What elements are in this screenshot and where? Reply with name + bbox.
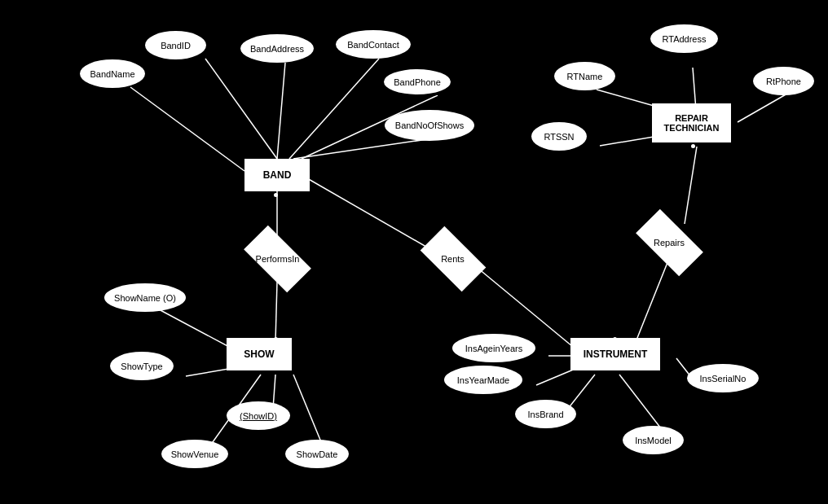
- attr-band-phone: BandPhone: [382, 68, 452, 96]
- attr-ins-brand: InsBrand: [515, 400, 576, 428]
- svg-line-4: [130, 87, 244, 171]
- attr-rt-name: RTName: [554, 62, 615, 90]
- entity-instrument: INSTRUMENT: [570, 338, 660, 370]
- crow-foot-instrument-top: [613, 337, 617, 341]
- relationship-repairs: Repairs: [632, 220, 706, 265]
- attr-rt-ssn: RTSSN: [531, 122, 587, 151]
- entity-band: BAND: [244, 159, 310, 191]
- attr-show-name: ShowName (O): [104, 283, 186, 312]
- svg-line-2: [289, 59, 379, 159]
- attr-ins-age-in-years: InsAgeinYears: [452, 334, 535, 362]
- attr-rt-phone: RtPhone: [753, 67, 814, 95]
- er-diagram: BAND SHOW INSTRUMENT REPAIR TECHNICIAN P…: [0, 0, 828, 504]
- svg-line-8: [302, 175, 436, 252]
- attr-band-address: BandAddress: [240, 34, 314, 63]
- attr-ins-model: InsModel: [623, 426, 684, 454]
- attr-show-id: (ShowID): [227, 401, 290, 430]
- attr-band-no-of-shows: BandNoOfShows: [385, 110, 474, 141]
- svg-line-0: [205, 59, 277, 159]
- attr-band-id: BandID: [145, 31, 206, 59]
- svg-line-25: [636, 261, 668, 342]
- svg-line-5: [293, 138, 438, 159]
- svg-line-22: [738, 94, 787, 122]
- attr-show-type: ShowType: [110, 352, 174, 380]
- attr-ins-serial-no: InsSerialNo: [687, 364, 759, 392]
- svg-line-18: [619, 375, 663, 432]
- svg-line-24: [685, 147, 697, 224]
- svg-line-7: [275, 282, 277, 342]
- crow-foot-show-top: [274, 337, 278, 341]
- attr-show-date: ShowDate: [285, 440, 349, 468]
- svg-line-1: [277, 63, 285, 159]
- attr-band-contact: BandContact: [336, 30, 411, 59]
- crow-foot-rt-bottom: [691, 144, 695, 148]
- entity-repair-technician: REPAIR TECHNICIAN: [652, 103, 731, 142]
- relationship-performs-in: PerformsIn: [239, 236, 316, 281]
- attr-rt-address: RTAddress: [650, 24, 718, 53]
- relationship-rents: Rents: [418, 236, 487, 281]
- attr-show-venue: ShowVenue: [161, 440, 228, 468]
- attr-band-name: BandName: [80, 59, 145, 88]
- svg-line-14: [293, 375, 324, 448]
- attr-ins-year-made: InsYearMade: [444, 366, 522, 394]
- crow-foot-band-bottom: [274, 193, 278, 197]
- entity-show: SHOW: [227, 338, 292, 370]
